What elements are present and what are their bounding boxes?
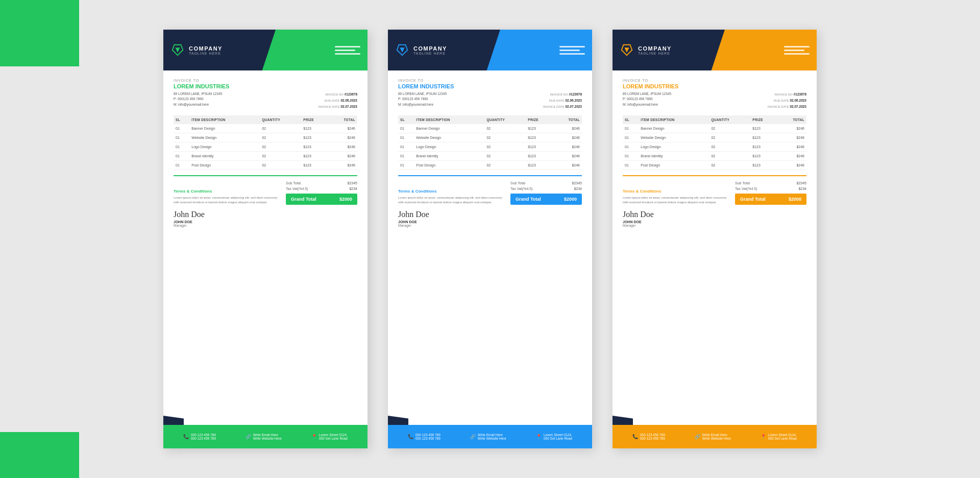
footer-bar-green: 📞 000 123 456 789 000 123 456 789 🔗 Writ…	[163, 425, 368, 448]
location-icon-green: 📍	[311, 434, 317, 439]
th-qty: QUANTITY	[260, 115, 301, 124]
table-row: 01Logo Design02$123$246	[174, 142, 357, 152]
table-row: 01Banner Design02$123$246	[398, 124, 582, 133]
svg-marker-1	[175, 47, 180, 52]
signer-title-green: Manager	[174, 224, 357, 227]
table-row: 01Post Design02$123$246	[398, 161, 582, 170]
signer-name-blue: JOHN DOE	[398, 220, 582, 224]
footer-address-blue: 📍 Lorem Street 0124, 000 Set Lane Road	[536, 433, 572, 440]
footer-phone-blue: 📞 000 123 456 789 000 123 456 789	[408, 433, 440, 440]
invoice-to-label-orange: INVOICE TO	[623, 79, 806, 82]
client-name-green: LOREM INDUSTRIES	[174, 83, 357, 89]
client-name-orange: LOREM INDUSTRIES	[623, 83, 806, 89]
invoice-no-row-o: INVOICE NO #123678	[768, 91, 806, 98]
table-head-green: SL ITEM DESCRIPTION QUANTITY PRIZE TOTAL	[174, 115, 357, 124]
svg-marker-3	[400, 47, 404, 52]
signer-title-orange: Manager	[623, 224, 806, 227]
grand-total-orange: Grand Total $2000	[735, 194, 806, 205]
footer-address-orange: 📍 Lorem Street 0124, 000 Set Lane Road	[761, 433, 797, 440]
table-head-blue: SL ITEM DESCRIPTION QUANTITY PRIZE TOTAL	[398, 115, 582, 124]
totals-right-orange: Sub Total $2345 Tax Vat(%4.5) $234 Grand…	[735, 180, 806, 205]
svg-marker-5	[624, 47, 629, 52]
invoice-orange: COMPANY TAGLINE HERE INVOICE TO LOREM IN…	[612, 30, 817, 448]
table-row: 01Website Design02$123$246	[623, 133, 806, 142]
totals-section-green: Terms & Conditions Lorem ipsum dolor sit…	[174, 180, 357, 205]
invoice-table-green: SL ITEM DESCRIPTION QUANTITY PRIZE TOTAL…	[174, 115, 357, 170]
table-row: 01Brand Identity02$123$246	[623, 152, 806, 161]
signer-name-orange: JOHN DOE	[623, 220, 806, 224]
totals-section-blue: Terms & Conditions Lorem ipsum dolor sit…	[398, 180, 582, 205]
meta-green: INVOICE NO #123678 DUE DATE 02.06.2023 I…	[318, 91, 357, 109]
totals-section-orange: Terms & Conditions Lorem ipsum dolor sit…	[623, 180, 806, 205]
th-sl: SL	[174, 115, 189, 124]
table-row: 01Website Design02$123$246	[398, 133, 582, 142]
signer-name-green: JOHN DOE	[174, 220, 357, 224]
invoice-header-orange: COMPANY TAGLINE HERE	[612, 30, 817, 70]
table-row: 01Brand Identity02$123$246	[398, 152, 582, 161]
footer-email-blue: 🔗 Write Email Here Write Website Here	[470, 433, 506, 440]
tax-row-orange: Tax Vat(%4.5) $234	[735, 186, 806, 192]
tagline-green: TAGLINE HERE	[189, 52, 223, 55]
th-total: TOTAL	[328, 115, 357, 124]
header-lines-green	[335, 46, 360, 55]
table-body-green: 01Banner Design02$123$246 01Website Desi…	[174, 124, 357, 170]
tagline-blue: TAGLINE HERE	[413, 52, 447, 55]
grand-total-green: Grand Total $2000	[286, 194, 357, 205]
invoice-footer-green: 📞 000 123 456 789 000 123 456 789 🔗 Writ…	[163, 425, 368, 448]
signer-title-blue: Manager	[398, 224, 582, 227]
link-icon-blue: 🔗	[470, 434, 476, 439]
signature-green: John Doe JOHN DOE Manager	[174, 210, 357, 227]
invoice-body-blue: INVOICE TO LOREM INDUSTRIES 89 LOREM LAN…	[388, 70, 592, 425]
phone-icon-green: 📞	[183, 434, 189, 439]
signature-cursive-green: John Doe	[174, 210, 357, 219]
invoice-body-green: INVOICE TO LOREM INDUSTRIES 89 LOREM LAN…	[163, 70, 368, 425]
invoice-green: COMPANY TAGLINE HERE INVOICE TO LOREM IN…	[163, 30, 368, 448]
header-dark-blue: COMPANY TAGLINE HERE	[388, 30, 500, 70]
logo-orange: COMPANY TAGLINE HERE	[620, 43, 672, 57]
invoice-info-row-blue: 89 LOREM LANE, IPSUM 12345 P: 000123 456…	[398, 91, 582, 109]
header-line-o2	[784, 50, 804, 51]
logo-blue: COMPANY TAGLINE HERE	[395, 43, 447, 57]
due-date-row: DUE DATE 02.06.2023	[318, 98, 357, 104]
invoice-table-blue: SL ITEM DESCRIPTION QUANTITY PRIZE TOTAL…	[398, 115, 582, 170]
location-icon-blue: 📍	[536, 434, 542, 439]
table-row: 01Logo Design02$123$246	[398, 142, 582, 152]
invoice-date-row-o: INVOICE DATE 02.07.2023	[768, 104, 806, 110]
invoice-to-label-blue: INVOICE TO	[398, 79, 582, 82]
footer-bar-orange: 📞 000 123 456 789 000 123 456 789 🔗 Writ…	[612, 425, 817, 448]
terms-section-blue: Terms & Conditions Lorem ipsum dolor sit…	[398, 189, 510, 205]
header-line-1	[335, 46, 360, 47]
signature-cursive-orange: John Doe	[623, 210, 806, 219]
terms-title-green: Terms & Conditions	[174, 189, 278, 194]
logo-text-blue: COMPANY TAGLINE HERE	[413, 45, 447, 55]
table-row: 01Post Design02$123$246	[623, 161, 806, 170]
table-head-orange: SL ITEM DESCRIPTION QUANTITY PRIZE TOTAL	[623, 115, 806, 124]
tax-row-blue: Tax Vat(%4.5) $234	[510, 186, 582, 192]
invoice-blue: COMPANY TAGLINE HERE INVOICE TO LOREM IN…	[388, 30, 592, 448]
company-name-blue: COMPANY	[413, 45, 447, 52]
header-line-2	[335, 50, 355, 51]
terms-title-orange: Terms & Conditions	[623, 189, 727, 194]
logo-green: COMPANY TAGLINE HERE	[170, 43, 223, 57]
terms-text-green: Lorem ipsum dolor sit amet, consectetuer…	[174, 196, 278, 205]
signature-orange: John Doe JOHN DOE Manager	[623, 210, 806, 227]
invoice-footer-blue: 📞 000 123 456 789 000 123 456 789 🔗 Writ…	[388, 425, 592, 448]
client-section-orange: INVOICE TO LOREM INDUSTRIES 89 LOREM LAN…	[623, 79, 806, 109]
due-date-row-o: DUE DATE 02.06.2023	[768, 98, 806, 104]
footer-phone-orange: 📞 000 123 456 789 000 123 456 789	[632, 433, 665, 440]
footer-address-green: 📍 Lorem Street 0124, 000 Set Lane Road	[311, 433, 348, 440]
invoice-no-row: INVOICE NO #123678	[318, 91, 357, 98]
client-section-green: INVOICE TO LOREM INDUSTRIES 89 LOREM LAN…	[174, 79, 357, 109]
logo-icon-orange	[620, 43, 634, 57]
totals-right-green: Sub Total $2345 Tax Vat(%4.5) $234 Grand…	[286, 180, 357, 205]
table-row: 01Brand Identity02$123$246	[174, 152, 357, 161]
logo-text-orange: COMPANY TAGLINE HERE	[638, 45, 672, 55]
terms-text-blue: Lorem ipsum dolor sit amet, consectetuer…	[398, 196, 502, 205]
invoice-table-orange: SL ITEM DESCRIPTION QUANTITY PRIZE TOTAL…	[623, 115, 806, 170]
phone-icon-blue: 📞	[408, 434, 413, 439]
footer-email-orange: 🔗 Write Email Here Write Website Here	[695, 433, 731, 440]
address-blue: 89 LOREM LANE, IPSUM 12345 P: 000123 456…	[398, 91, 447, 107]
link-icon-green: 🔗	[246, 434, 251, 439]
th-desc: ITEM DESCRIPTION	[189, 115, 260, 124]
header-line-3	[335, 53, 360, 55]
